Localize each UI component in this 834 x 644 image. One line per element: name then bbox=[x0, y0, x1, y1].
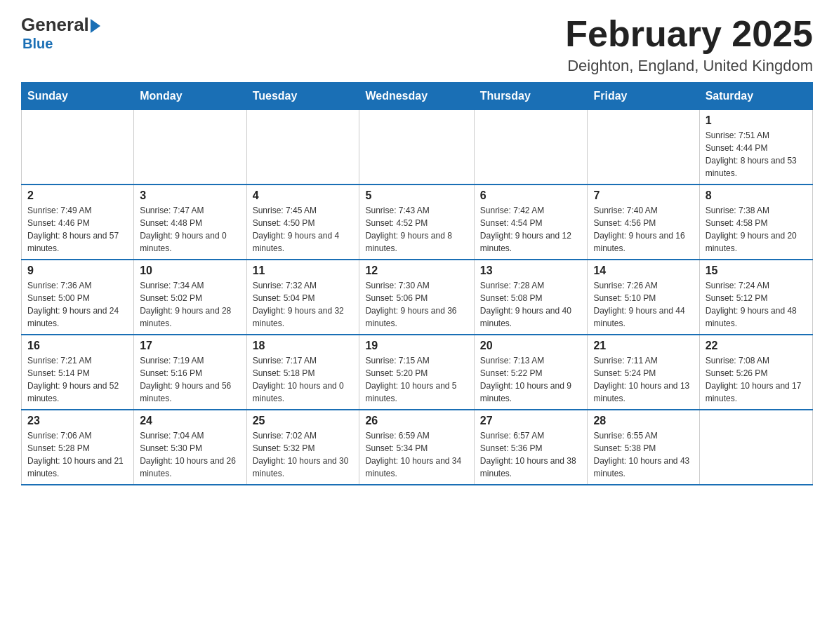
calendar-cell: 11Sunrise: 7:32 AM Sunset: 5:04 PM Dayli… bbox=[246, 260, 359, 335]
day-number: 23 bbox=[27, 415, 128, 427]
header-sunday: Sunday bbox=[22, 83, 134, 110]
day-number: 14 bbox=[593, 264, 693, 277]
day-info: Sunrise: 7:17 AM Sunset: 5:18 PM Dayligh… bbox=[253, 354, 354, 405]
day-number: 6 bbox=[480, 189, 582, 202]
calendar-cell: 13Sunrise: 7:28 AM Sunset: 5:08 PM Dayli… bbox=[474, 260, 588, 335]
calendar-cell: 21Sunrise: 7:11 AM Sunset: 5:24 PM Dayli… bbox=[588, 335, 699, 410]
calendar-cell: 19Sunrise: 7:15 AM Sunset: 5:20 PM Dayli… bbox=[359, 335, 474, 410]
day-info: Sunrise: 7:11 AM Sunset: 5:24 PM Dayligh… bbox=[593, 354, 693, 405]
calendar-cell: 9Sunrise: 7:36 AM Sunset: 5:00 PM Daylig… bbox=[22, 260, 134, 335]
calendar-cell: 8Sunrise: 7:38 AM Sunset: 4:58 PM Daylig… bbox=[699, 185, 812, 260]
day-info: Sunrise: 7:30 AM Sunset: 5:06 PM Dayligh… bbox=[365, 279, 468, 330]
day-number: 27 bbox=[480, 415, 582, 427]
calendar-header: Sunday Monday Tuesday Wednesday Thursday… bbox=[22, 83, 813, 110]
calendar-cell: 27Sunrise: 6:57 AM Sunset: 5:36 PM Dayli… bbox=[474, 410, 588, 485]
day-number: 25 bbox=[253, 415, 354, 427]
logo-general: General bbox=[21, 14, 89, 36]
day-info: Sunrise: 7:04 AM Sunset: 5:30 PM Dayligh… bbox=[140, 429, 240, 480]
day-info: Sunrise: 7:02 AM Sunset: 5:32 PM Dayligh… bbox=[253, 429, 354, 480]
calendar-cell: 24Sunrise: 7:04 AM Sunset: 5:30 PM Dayli… bbox=[134, 410, 246, 485]
day-info: Sunrise: 7:08 AM Sunset: 5:26 PM Dayligh… bbox=[706, 354, 807, 405]
header-saturday: Saturday bbox=[699, 83, 812, 110]
calendar-table: Sunday Monday Tuesday Wednesday Thursday… bbox=[21, 82, 813, 485]
calendar-cell bbox=[22, 110, 134, 185]
calendar-cell: 18Sunrise: 7:17 AM Sunset: 5:18 PM Dayli… bbox=[246, 335, 359, 410]
day-number: 18 bbox=[253, 340, 354, 352]
day-info: Sunrise: 6:55 AM Sunset: 5:38 PM Dayligh… bbox=[593, 429, 693, 480]
logo-text: General bbox=[21, 14, 100, 36]
day-number: 10 bbox=[140, 264, 240, 277]
day-number: 26 bbox=[365, 415, 468, 427]
page-header: General Blue February 2025 Deighton, Eng… bbox=[21, 14, 813, 75]
calendar-cell bbox=[359, 110, 474, 185]
calendar-cell: 10Sunrise: 7:34 AM Sunset: 5:02 PM Dayli… bbox=[134, 260, 246, 335]
calendar-cell: 20Sunrise: 7:13 AM Sunset: 5:22 PM Dayli… bbox=[474, 335, 588, 410]
day-number: 17 bbox=[140, 340, 240, 352]
header-friday: Friday bbox=[588, 83, 699, 110]
day-info: Sunrise: 7:34 AM Sunset: 5:02 PM Dayligh… bbox=[140, 279, 240, 330]
day-info: Sunrise: 7:13 AM Sunset: 5:22 PM Dayligh… bbox=[480, 354, 582, 405]
calendar-cell: 5Sunrise: 7:43 AM Sunset: 4:52 PM Daylig… bbox=[359, 185, 474, 260]
day-info: Sunrise: 6:59 AM Sunset: 5:34 PM Dayligh… bbox=[365, 429, 468, 480]
day-number: 2 bbox=[27, 189, 128, 202]
day-info: Sunrise: 7:40 AM Sunset: 4:56 PM Dayligh… bbox=[593, 204, 693, 255]
header-monday: Monday bbox=[134, 83, 246, 110]
calendar-cell: 25Sunrise: 7:02 AM Sunset: 5:32 PM Dayli… bbox=[246, 410, 359, 485]
day-info: Sunrise: 7:19 AM Sunset: 5:16 PM Dayligh… bbox=[140, 354, 240, 405]
calendar-body: 1Sunrise: 7:51 AM Sunset: 4:44 PM Daylig… bbox=[22, 110, 813, 485]
logo-arrow-icon bbox=[91, 19, 100, 33]
day-number: 16 bbox=[27, 340, 128, 352]
header-thursday: Thursday bbox=[474, 83, 588, 110]
calendar-cell: 1Sunrise: 7:51 AM Sunset: 4:44 PM Daylig… bbox=[699, 110, 812, 185]
day-info: Sunrise: 7:24 AM Sunset: 5:12 PM Dayligh… bbox=[706, 279, 807, 330]
day-number: 28 bbox=[593, 415, 693, 427]
day-number: 11 bbox=[253, 264, 354, 277]
day-number: 3 bbox=[140, 189, 240, 202]
calendar-cell bbox=[699, 410, 812, 485]
day-info: Sunrise: 7:15 AM Sunset: 5:20 PM Dayligh… bbox=[365, 354, 468, 405]
day-number: 24 bbox=[140, 415, 240, 427]
week-row-5: 23Sunrise: 7:06 AM Sunset: 5:28 PM Dayli… bbox=[22, 410, 813, 485]
calendar-cell: 17Sunrise: 7:19 AM Sunset: 5:16 PM Dayli… bbox=[134, 335, 246, 410]
day-info: Sunrise: 7:21 AM Sunset: 5:14 PM Dayligh… bbox=[27, 354, 128, 405]
day-number: 12 bbox=[365, 264, 468, 277]
week-row-1: 1Sunrise: 7:51 AM Sunset: 4:44 PM Daylig… bbox=[22, 110, 813, 185]
day-number: 22 bbox=[706, 340, 807, 352]
day-headers-row: Sunday Monday Tuesday Wednesday Thursday… bbox=[22, 83, 813, 110]
calendar-cell bbox=[246, 110, 359, 185]
day-number: 13 bbox=[480, 264, 582, 277]
day-info: Sunrise: 7:42 AM Sunset: 4:54 PM Dayligh… bbox=[480, 204, 582, 255]
calendar-cell: 15Sunrise: 7:24 AM Sunset: 5:12 PM Dayli… bbox=[699, 260, 812, 335]
title-block: February 2025 Deighton, England, United … bbox=[565, 14, 813, 75]
logo-blue: Blue bbox=[22, 36, 53, 52]
day-number: 9 bbox=[27, 264, 128, 277]
day-info: Sunrise: 7:47 AM Sunset: 4:48 PM Dayligh… bbox=[140, 204, 240, 255]
day-number: 21 bbox=[593, 340, 693, 352]
day-info: Sunrise: 7:45 AM Sunset: 4:50 PM Dayligh… bbox=[253, 204, 354, 255]
calendar-title: February 2025 bbox=[565, 14, 813, 54]
calendar-cell: 16Sunrise: 7:21 AM Sunset: 5:14 PM Dayli… bbox=[22, 335, 134, 410]
week-row-3: 9Sunrise: 7:36 AM Sunset: 5:00 PM Daylig… bbox=[22, 260, 813, 335]
day-number: 7 bbox=[593, 189, 693, 202]
calendar-cell bbox=[588, 110, 699, 185]
day-info: Sunrise: 7:32 AM Sunset: 5:04 PM Dayligh… bbox=[253, 279, 354, 330]
calendar-cell: 22Sunrise: 7:08 AM Sunset: 5:26 PM Dayli… bbox=[699, 335, 812, 410]
day-info: Sunrise: 7:38 AM Sunset: 4:58 PM Dayligh… bbox=[706, 204, 807, 255]
day-info: Sunrise: 7:36 AM Sunset: 5:00 PM Dayligh… bbox=[27, 279, 128, 330]
calendar-cell: 2Sunrise: 7:49 AM Sunset: 4:46 PM Daylig… bbox=[22, 185, 134, 260]
day-number: 5 bbox=[365, 189, 468, 202]
calendar-cell bbox=[474, 110, 588, 185]
calendar-cell: 12Sunrise: 7:30 AM Sunset: 5:06 PM Dayli… bbox=[359, 260, 474, 335]
day-info: Sunrise: 7:26 AM Sunset: 5:10 PM Dayligh… bbox=[593, 279, 693, 330]
day-info: Sunrise: 7:06 AM Sunset: 5:28 PM Dayligh… bbox=[27, 429, 128, 480]
day-number: 4 bbox=[253, 189, 354, 202]
header-wednesday: Wednesday bbox=[359, 83, 474, 110]
day-info: Sunrise: 7:43 AM Sunset: 4:52 PM Dayligh… bbox=[365, 204, 468, 255]
day-number: 1 bbox=[706, 114, 807, 127]
header-tuesday: Tuesday bbox=[246, 83, 359, 110]
calendar-cell: 14Sunrise: 7:26 AM Sunset: 5:10 PM Dayli… bbox=[588, 260, 699, 335]
calendar-cell: 6Sunrise: 7:42 AM Sunset: 4:54 PM Daylig… bbox=[474, 185, 588, 260]
calendar-cell: 26Sunrise: 6:59 AM Sunset: 5:34 PM Dayli… bbox=[359, 410, 474, 485]
week-row-4: 16Sunrise: 7:21 AM Sunset: 5:14 PM Dayli… bbox=[22, 335, 813, 410]
location-subtitle: Deighton, England, United Kingdom bbox=[565, 57, 813, 75]
